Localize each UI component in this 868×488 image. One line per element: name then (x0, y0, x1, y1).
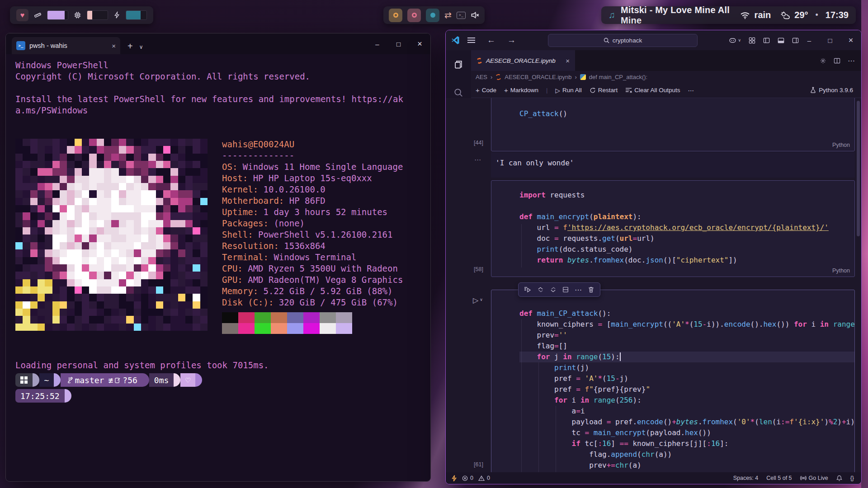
minimize-button[interactable]: – (367, 40, 388, 48)
kernel-picker[interactable]: Python 3.9.6 (810, 87, 861, 94)
cell-code[interactable]: CP_attack() (491, 98, 854, 119)
command-center-search[interactable]: cryptohack (548, 34, 698, 47)
workspace-dot-1[interactable] (389, 9, 402, 22)
heart-icon[interactable]: ♥ (16, 9, 28, 21)
maximize-button[interactable]: □ (388, 40, 409, 48)
meter-bolt (126, 10, 147, 20)
terminal-body[interactable]: Windows PowerShell Copyright (C) Microso… (6, 54, 430, 403)
toggle-secondary-sidebar-icon[interactable] (792, 37, 799, 44)
meter-fill (47, 11, 65, 19)
cell-position-status[interactable]: Cell 5 of 5 (766, 475, 792, 481)
clear-all-outputs-button[interactable]: Clear All Outputs (625, 87, 680, 94)
notebook-editor[interactable]: CP_attack() Python [44] ⋯ 'I can only wo… (446, 98, 861, 472)
nav-back-icon[interactable]: ← (487, 35, 495, 45)
maximize-button[interactable]: □ (820, 30, 840, 50)
terminal-titlebar[interactable]: >_ pwsh - wahis × + ∨ – □ × (6, 33, 430, 54)
ps-header-line: Install the latest PowerShell for new fe… (15, 94, 430, 105)
remote-indicator-icon[interactable] (451, 475, 457, 482)
notebook-scrollbar[interactable] (857, 101, 860, 236)
prompt-time-line: 17:25:52 (15, 389, 430, 403)
more-actions-icon[interactable]: ⋯ (688, 87, 694, 94)
run-all-button[interactable]: ▷Run All (556, 87, 582, 94)
more-actions-icon[interactable]: ⋯ (573, 285, 584, 295)
palette-swatch (255, 312, 271, 323)
meter-ruler (47, 10, 68, 20)
cell-language-label[interactable]: Python (832, 142, 850, 148)
restart-button[interactable]: Restart (590, 87, 618, 94)
swap-arrows-icon[interactable]: ⇄ (444, 10, 452, 20)
segment-cap (33, 373, 39, 387)
cell-language-label[interactable]: Python (832, 267, 850, 274)
toggle-sidebar-icon[interactable] (763, 37, 770, 44)
notebook-settings-gear-icon[interactable] (820, 57, 826, 64)
execute-above-icon[interactable] (522, 285, 533, 295)
run-cell-button[interactable]: ▷∨ (473, 296, 483, 305)
breadcrumb-file[interactable]: AESECB_ORACLE.ipynb (505, 74, 571, 80)
error-icon (462, 475, 468, 481)
workspace-dot-3[interactable] (426, 9, 439, 22)
palette-swatch (320, 323, 336, 334)
minimize-button[interactable]: – (799, 30, 820, 50)
customize-layout-icon[interactable] (749, 37, 755, 44)
split-editor-icon[interactable] (834, 57, 840, 64)
prompt-git-segment: master≢?56 (61, 373, 142, 387)
cell-code[interactable]: def main_CP_attack(): known_ciphers = [m… (491, 290, 854, 471)
wifi-icon[interactable] (740, 11, 750, 19)
music-note-icon: ♫ (609, 10, 615, 20)
palette-swatch (271, 312, 287, 323)
copilot-icon[interactable]: ∨ (729, 37, 741, 44)
nav-forward-icon[interactable]: → (507, 35, 516, 45)
notifications-bell-icon[interactable] (836, 475, 842, 481)
now-playing-title[interactable]: Mitski - My Love Mine All Mine (621, 5, 731, 26)
errors-indicator[interactable]: 0 (462, 475, 473, 481)
ps-header-line: a.ms/PSWindows (15, 105, 430, 116)
prompt-path-segment: ~ (39, 373, 54, 387)
new-tab-button[interactable]: + (127, 41, 133, 52)
breadcrumb-symbol[interactable]: def main_CP_attack(): (589, 74, 647, 80)
warnings-indicator[interactable]: 0 (478, 475, 490, 481)
weather-icon[interactable] (780, 11, 790, 20)
profile-loading-line: Loading personal and system profiles too… (15, 360, 430, 371)
python-icon (580, 74, 586, 80)
close-button[interactable]: × (840, 30, 861, 50)
tab-dropdown-icon[interactable]: ∨ (139, 44, 143, 50)
toggle-panel-icon[interactable] (778, 37, 784, 44)
neofetch-entry: Resolution: 1536x864 (222, 240, 403, 252)
indentation-status[interactable]: Spaces: 4 (733, 475, 759, 481)
wifi-ssid: rain (755, 10, 771, 20)
braces-status-icon[interactable]: {} (850, 475, 854, 481)
vscode-titlebar[interactable]: ← → cryptohack ∨ – □ × (446, 30, 861, 50)
menu-hamburger-icon[interactable] (467, 36, 475, 45)
cell-code[interactable]: import requestsdef main_encrypt(plaintex… (491, 181, 854, 266)
mute-speaker-icon[interactable] (471, 11, 479, 19)
add-markdown-cell-button[interactable]: +Markdown (504, 86, 538, 94)
notebook-cell-1[interactable]: CP_attack() Python (491, 98, 855, 151)
execute-cell-and-above-icon[interactable] (535, 285, 546, 295)
meter-chip (87, 10, 108, 20)
notebook-cell-3[interactable]: def main_CP_attack(): known_ciphers = [m… (491, 290, 855, 472)
terminal-color-palette (222, 312, 352, 334)
breadcrumb-folder[interactable]: AES (476, 74, 487, 80)
output-options-icon[interactable]: ⋯ (474, 156, 481, 164)
add-code-cell-button[interactable]: +Code (476, 86, 496, 94)
notebook-cell-2[interactable]: import requestsdef main_encrypt(plaintex… (491, 180, 855, 277)
close-tab-icon[interactable]: × (112, 42, 116, 50)
split-cell-icon[interactable] (560, 285, 571, 295)
explorer-icon[interactable] (446, 54, 471, 75)
terminal-tab[interactable]: >_ pwsh - wahis × (12, 37, 120, 54)
neofetch-entries: OS: Windows 11 Home Single LanguageHost:… (222, 161, 403, 308)
close-button[interactable]: × (409, 39, 430, 49)
ps-header-line: Copyright (C) Microsoft Corporation. All… (15, 71, 430, 82)
breadcrumb[interactable]: AES › AESECB_ORACLE.ipynb › def main_CP_… (471, 71, 861, 83)
tab-aesecb-oracle[interactable]: AESECB_ORACLE.ipynb × (471, 50, 575, 71)
more-actions-icon[interactable]: ⋯ (848, 56, 855, 65)
terminal-icon[interactable]: >_ (457, 12, 466, 19)
workspace-dot-2[interactable] (407, 9, 421, 22)
meter-fill (126, 11, 141, 19)
neofetch-separator: -------------- (222, 150, 403, 161)
search-icon (604, 38, 609, 43)
delete-cell-icon[interactable] (585, 285, 596, 295)
execute-cell-and-below-icon[interactable] (547, 285, 558, 295)
go-live-button[interactable]: Go Live (800, 475, 828, 481)
close-tab-icon[interactable]: × (566, 57, 570, 65)
